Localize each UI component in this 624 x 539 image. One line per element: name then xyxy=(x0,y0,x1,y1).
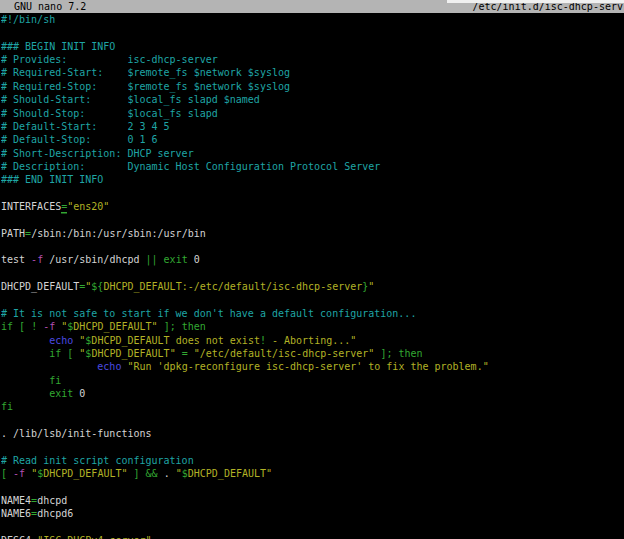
code-line: #!/bin/sh xyxy=(1,13,624,26)
code-token: . /lib/lsb/init-functions xyxy=(1,428,152,439)
code-token: # Default-Stop: 0 1 6 xyxy=(1,134,158,145)
code-line: . /lib/lsb/init-functions xyxy=(1,427,624,440)
code-line: ### END INIT INFO xyxy=(1,173,624,186)
code-line: # Default-Stop: 0 1 6 xyxy=(1,133,624,146)
code-line xyxy=(1,521,624,534)
code-line: ### BEGIN INIT INFO xyxy=(1,40,624,53)
code-token: - Aborting..." xyxy=(266,335,356,346)
code-token: 0 xyxy=(73,388,85,399)
code-line: fi xyxy=(1,400,624,413)
code-token: fi xyxy=(49,375,61,386)
code-token: NAME4 xyxy=(1,495,31,506)
code-line: DESC4="ISC DHCPv4 server" xyxy=(1,534,624,539)
code-token xyxy=(1,375,49,386)
code-line: if [ ! -f "$DHCPD_DEFAULT" ]; then xyxy=(1,320,624,333)
code-token: 0 xyxy=(188,254,200,265)
code-line: # Should-Start: $local_fs slapd $named xyxy=(1,93,624,106)
code-token: dhcpd6 xyxy=(37,508,73,519)
code-token: then xyxy=(399,348,423,359)
code-token: " xyxy=(368,281,374,292)
code-token: DHCPD_DEFAULT xyxy=(1,281,79,292)
editor-buffer[interactable]: #!/bin/sh### BEGIN INIT INFO# Provides: … xyxy=(1,13,624,539)
code-token: "/etc/default/isc-dhcp-server" xyxy=(194,348,375,359)
code-token: DHCPD_DEFAULT" xyxy=(43,468,127,479)
code-token: # Should-Stop: $local_fs slapd xyxy=(1,108,218,119)
code-token: ### END INIT INFO xyxy=(1,174,103,185)
code-line: exit 0 xyxy=(1,387,624,400)
code-line: # Required-Stop: $remote_fs $network $sy… xyxy=(1,80,624,93)
code-token: -f xyxy=(31,254,43,265)
code-token: ]; xyxy=(380,348,392,359)
code-token: NAME6 xyxy=(1,508,31,519)
code-line: echo "Run 'dpkg-reconfigure isc-dhcp-ser… xyxy=(1,360,624,373)
code-token xyxy=(1,361,97,372)
code-token: fi xyxy=(1,401,13,412)
code-line xyxy=(1,267,624,280)
code-token: "Run 'dpkg-reconfigure isc-dhcp-server' … xyxy=(127,361,488,372)
code-line: NAME4=dhcpd xyxy=(1,494,624,507)
code-line xyxy=(1,481,624,494)
code-line: INTERFACES="ens20" xyxy=(1,200,624,213)
code-line: echo "$DHCPD_DEFAULT does not exist! - A… xyxy=(1,334,624,347)
code-token: # Read init script configuration xyxy=(1,455,194,466)
code-line: test -f /usr/sbin/dhcpd || exit 0 xyxy=(1,253,624,266)
code-line: # Provides: isc-dhcp-server xyxy=(1,53,624,66)
code-line: # Short-Description: DHCP server xyxy=(1,147,624,160)
code-token: # Required-Start: $remote_fs $network $s… xyxy=(1,67,290,78)
code-line: # Default-Start: 2 3 4 5 xyxy=(1,120,624,133)
code-line: # Required-Start: $remote_fs $network $s… xyxy=(1,66,624,79)
code-token: DESC4 xyxy=(1,535,31,539)
code-line xyxy=(1,294,624,307)
code-token: DHCPD_DEFAULT does not exist xyxy=(91,335,260,346)
code-token: exit xyxy=(49,388,73,399)
code-token: PATH xyxy=(1,228,25,239)
code-token: INTERFACES xyxy=(1,201,61,212)
code-token: -f xyxy=(43,321,55,332)
code-token: && xyxy=(146,468,158,479)
code-line xyxy=(1,441,624,454)
code-token: "ens20" xyxy=(67,201,109,212)
code-token: DHCPD_DEFAULT" xyxy=(73,321,157,332)
code-token: # Description: Dynamic Host Configuratio… xyxy=(1,161,380,172)
code-line xyxy=(1,187,624,200)
code-token: /usr/sbin/dhcpd xyxy=(43,254,145,265)
code-line xyxy=(1,414,624,427)
code-line: DHCPD_DEFAULT="${DHCPD_DEFAULT:-/etc/def… xyxy=(1,280,624,293)
code-line: # Should-Stop: $local_fs slapd xyxy=(1,107,624,120)
code-line: # It is not safe to start if we don't ha… xyxy=(1,307,624,320)
code-token: DHCPD_DEFAULT:-/etc/default/isc-dhcp-ser… xyxy=(103,281,362,292)
code-token: # Short-Description: DHCP server xyxy=(1,148,194,159)
code-token: ${ xyxy=(91,281,103,292)
code-token: DHCPD_DEFAULT" xyxy=(91,348,175,359)
code-token: || xyxy=(146,254,158,265)
code-line: fi xyxy=(1,374,624,387)
code-token: /sbin:/bin:/usr/sbin:/usr/bin xyxy=(31,228,206,239)
code-token xyxy=(1,388,49,399)
code-line xyxy=(1,240,624,253)
code-line: NAME6=dhcpd6 xyxy=(1,507,624,520)
code-token: exit xyxy=(164,254,188,265)
code-token: dhcpd xyxy=(37,495,67,506)
code-token: if xyxy=(1,321,13,332)
code-token: DHCPD_DEFAULT" xyxy=(188,468,272,479)
code-line: PATH=/sbin:/bin:/usr/sbin:/usr/bin xyxy=(1,227,624,240)
code-token: # Should-Start: $local_fs slapd $named xyxy=(1,94,260,105)
code-line: if [ "$DHCPD_DEFAULT" = "/etc/default/is… xyxy=(1,347,624,360)
code-token: # It is not safe to start if we don't ha… xyxy=(1,308,416,319)
code-line xyxy=(1,213,624,226)
code-token: #!/bin/sh xyxy=(1,14,55,25)
nano-version-label: GNU nano 7.2 xyxy=(14,0,86,13)
code-token: # Provides: isc-dhcp-server xyxy=(1,54,218,65)
code-token: echo xyxy=(97,361,121,372)
code-token: # Required-Stop: $remote_fs $network $sy… xyxy=(1,81,290,92)
code-token: "ISC DHCPv4 server" xyxy=(37,535,151,539)
code-line: # Read init script configuration xyxy=(1,454,624,467)
window-edge-highlight xyxy=(447,0,624,3)
code-token xyxy=(1,335,49,346)
code-token: ]; xyxy=(164,321,176,332)
code-token: . xyxy=(158,468,176,479)
code-token xyxy=(1,348,49,359)
code-line: [ -f "$DHCPD_DEFAULT" ] && . "$DHCPD_DEF… xyxy=(1,467,624,480)
code-token: # Default-Start: 2 3 4 5 xyxy=(1,121,170,132)
code-line: # Description: Dynamic Host Configuratio… xyxy=(1,160,624,173)
